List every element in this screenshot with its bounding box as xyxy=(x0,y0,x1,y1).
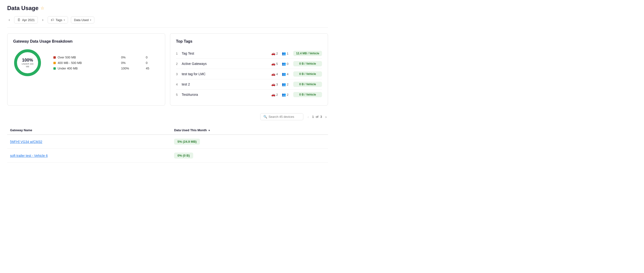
legend-label: Under 400 MB xyxy=(58,66,78,70)
legend-pct: 0% xyxy=(119,54,144,60)
tag-name: Active Gateways xyxy=(182,62,271,66)
vehicle-icon: 🚗 xyxy=(271,93,275,96)
list-item: 5 TestAurora 🚗 2 👥 2 0 B / Vehicle xyxy=(176,90,322,100)
col-data-header[interactable]: Data Used This Month ▾ xyxy=(171,126,328,134)
vehicle-stat: 🚗 3 xyxy=(271,82,278,86)
legend-label-cell: Under 400 MB xyxy=(52,66,119,71)
legend-label: 400 MB - 500 MB xyxy=(58,61,82,65)
table-row: soft trailer test - Vehicle 6 0% (0 B) xyxy=(7,149,328,162)
legend-pct: 100% xyxy=(119,66,144,71)
legend-count: 0 xyxy=(144,54,159,60)
page-total: 3 xyxy=(320,115,322,118)
legend-pct: 0% xyxy=(119,60,144,66)
vehicle-count: 2 xyxy=(276,52,278,55)
list-item: 3 test tag for LMC 🚗 4 👥 4 0 B / Vehicle xyxy=(176,69,322,79)
vehicle-count: 2 xyxy=(276,93,278,96)
tag-badge: 12.4 MB / Vehicle xyxy=(293,51,322,56)
next-month-button[interactable]: › xyxy=(41,17,45,23)
user-count: 2 xyxy=(287,82,288,86)
page-title: Data Usage xyxy=(7,5,38,12)
search-input[interactable] xyxy=(268,115,300,118)
tags-filter[interactable]: 🏷 Tags ▾ xyxy=(48,16,68,24)
search-box[interactable]: 🔍 xyxy=(260,113,303,120)
gateway-name-cell: soft trailer test - Vehicle 6 xyxy=(7,149,171,162)
tags-list: 1 Tag Test 🚗 2 👥 1 12.4 MB / Vehicle 2 A… xyxy=(176,48,322,100)
tags-label: Tags xyxy=(56,18,62,22)
donut-label: 100% UNDER 400 MB xyxy=(20,58,35,68)
legend-dot xyxy=(54,56,56,59)
vehicle-count: 5 xyxy=(276,62,278,66)
vehicle-icon: 🚗 xyxy=(271,62,275,66)
data-used-chevron-icon: ▾ xyxy=(90,19,91,21)
user-stat: 👥 1 xyxy=(282,52,288,55)
list-item: 4 test 2 🚗 3 👥 2 0 B / Vehicle xyxy=(176,79,322,90)
tag-stats: 🚗 5 👥 0 xyxy=(271,62,288,66)
page-current: 1 xyxy=(312,115,314,118)
date-filter[interactable]: 🗓 Apr 2021 xyxy=(14,16,38,24)
gateway-link[interactable]: [WFH] VG34 w/CM32 xyxy=(10,140,42,144)
donut-percent: 100% xyxy=(20,58,35,63)
legend-label-cell: Over 500 MB xyxy=(52,54,119,60)
data-used-filter[interactable]: Data Used ▾ xyxy=(71,16,94,24)
legend-row: Over 500 MB 0% 0 xyxy=(52,54,159,60)
user-icon: 👥 xyxy=(282,72,286,76)
user-icon: 👥 xyxy=(282,82,286,86)
legend-dot xyxy=(54,62,56,64)
donut-chart: 100% UNDER 400 MB xyxy=(13,48,42,77)
tag-number: 1 xyxy=(176,52,182,55)
col-gateway-header: Gateway Name xyxy=(7,126,171,134)
data-badge: 0% (0 B) xyxy=(174,152,193,158)
tags-chevron-icon: ▾ xyxy=(64,19,65,21)
user-stat: 👥 2 xyxy=(282,93,288,96)
legend-count: 45 xyxy=(144,66,159,71)
vehicle-count: 4 xyxy=(276,72,278,76)
tag-icon: 🏷 xyxy=(51,18,54,22)
legend-count: 0 xyxy=(144,60,159,66)
tag-name: Tag Test xyxy=(182,52,271,55)
list-item: 2 Active Gateways 🚗 5 👥 0 0 B / Vehicle xyxy=(176,59,322,69)
vehicle-icon: 🚗 xyxy=(271,82,275,86)
data-used-cell: 5% (24.9 MB) xyxy=(171,134,328,149)
vehicle-stat: 🚗 4 xyxy=(271,72,278,76)
vehicle-stat: 🚗 2 xyxy=(271,52,278,55)
user-icon: 👥 xyxy=(282,93,286,96)
user-count: 4 xyxy=(287,72,288,76)
user-icon: 👥 xyxy=(282,62,286,66)
vehicle-icon: 🚗 xyxy=(271,72,275,76)
vehicle-stat: 🚗 2 xyxy=(271,93,278,96)
vehicle-stat: 🚗 5 xyxy=(271,62,278,66)
user-stat: 👥 2 xyxy=(282,82,288,86)
legend-row: 400 MB - 500 MB 0% 0 xyxy=(52,60,159,66)
main-panels: Gateway Data Usage Breakdown 100% UNDER … xyxy=(7,33,328,106)
tag-number: 3 xyxy=(176,72,182,76)
user-stat: 👥 0 xyxy=(282,62,288,66)
table-row: [WFH] VG34 w/CM32 5% (24.9 MB) xyxy=(7,134,328,149)
legend-label: Over 500 MB xyxy=(58,56,76,59)
toolbar: ‹ 🗓 Apr 2021 › 🏷 Tags ▾ Data Used ▾ xyxy=(7,16,328,28)
user-stat: 👥 4 xyxy=(282,72,288,76)
legend-table: Over 500 MB 0% 0 400 MB - 500 MB 0% 0 Un… xyxy=(52,54,159,71)
calendar-icon: 🗓 xyxy=(17,18,20,22)
sort-icon: ▾ xyxy=(208,129,210,132)
favorite-star-icon[interactable]: ☆ xyxy=(40,6,44,11)
breakdown-content: 100% UNDER 400 MB Over 500 MB 0% 0 400 M… xyxy=(13,48,159,77)
user-icon: 👥 xyxy=(282,52,286,55)
user-count: 1 xyxy=(287,52,288,55)
list-item: 1 Tag Test 🚗 2 👥 1 12.4 MB / Vehicle xyxy=(176,48,322,59)
prev-page-button[interactable]: ‹ xyxy=(306,114,310,119)
data-used-label: Data Used xyxy=(74,18,88,22)
breakdown-title: Gateway Data Usage Breakdown xyxy=(13,39,159,44)
tag-badge: 0 B / Vehicle xyxy=(293,61,322,66)
legend-row: Under 400 MB 100% 45 xyxy=(52,66,159,71)
legend-dot xyxy=(54,67,56,70)
tag-number: 2 xyxy=(176,62,182,66)
gateway-link[interactable]: soft trailer test - Vehicle 6 xyxy=(10,154,48,158)
tag-badge: 0 B / Vehicle xyxy=(293,71,322,77)
date-label: Apr 2021 xyxy=(22,18,35,22)
user-count: 0 xyxy=(287,62,288,66)
prev-month-button[interactable]: ‹ xyxy=(7,17,11,23)
tag-stats: 🚗 4 👥 4 xyxy=(271,72,288,76)
data-table: Gateway Name Data Used This Month ▾ [WFH… xyxy=(7,126,328,162)
next-page-button[interactable]: › xyxy=(324,114,328,119)
tag-badge: 0 B / Vehicle xyxy=(293,92,322,97)
